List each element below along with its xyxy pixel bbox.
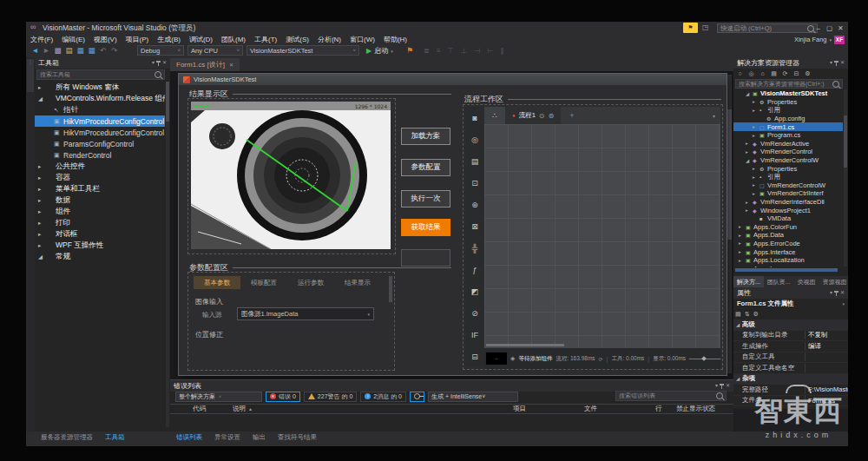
solution-tree-item[interactable]: ▸ ▣ Apps.Localization [733,256,843,265]
toolbox-item[interactable]: ▸ 数据 [35,194,165,206]
maximize-button[interactable]: ▢ [824,22,835,35]
measure-chart-icon[interactable]: ⊠ [465,215,484,237]
expander-icon[interactable]: ▸ [753,108,760,113]
camera-icon[interactable]: ◙ [465,107,484,128]
menu-item[interactable]: 测试(S) [281,35,313,44]
column-header[interactable]: 项目 [513,405,584,413]
solution-tree-item[interactable]: ▸ ⚙ Properties [733,98,843,107]
navigate-back-icon[interactable]: ◄ [30,44,41,57]
solution-tree-item[interactable]: ▸ ▣ VmRenderCtrlInterf [733,189,843,198]
expander-icon[interactable]: ▸ [739,266,746,267]
expander-icon[interactable]: ▸ [739,240,746,246]
navigate-forward-icon[interactable]: ► [41,44,52,57]
menu-item[interactable]: 帮助(H) [379,35,411,44]
solution-tree-item[interactable]: ▸ ◆ VmRenderActive [733,140,843,148]
forward-circle-icon[interactable]: ◎ [746,69,756,79]
configuration-dropdown[interactable]: Debug ˅ [137,45,184,56]
tab-form1-designer[interactable]: Form1.cs [设计] ✕ [170,58,240,71]
close-icon[interactable]: ✕ [162,57,167,69]
home-icon[interactable]: ⌂ [758,69,767,79]
menu-item[interactable]: 项目(P) [122,35,154,44]
show-all-files-icon[interactable]: ▤ [769,69,779,79]
error-list-search[interactable]: 搜索错误列表 [615,391,727,401]
expander-icon[interactable]: ▸ [753,133,760,138]
toolbox-item[interactable]: ▸ 容器 [35,172,165,183]
menu-item[interactable]: 生成(B) [153,35,185,44]
solution-vertical-scrollbar[interactable] [844,89,847,267]
menu-item[interactable]: 编辑(E) [57,35,89,44]
param-tab[interactable]: 结果显示 [334,276,381,289]
panel-tab[interactable]: 资源视图 [819,276,848,287]
expander-icon[interactable]: ▸ [746,207,753,213]
save-all-icon[interactable]: ▦ [86,44,97,57]
toolbox-item[interactable]: ↖ 指针 [35,104,165,115]
property-row[interactable]: 自定义工具 [733,352,848,364]
close-icon[interactable]: ✕ [229,62,233,68]
solution-tree-item[interactable]: ▸ ▪ 引用 [733,173,843,181]
close-icon[interactable]: ✕ [840,57,845,69]
notifications-flag-icon[interactable]: ⚑ [683,23,698,33]
toolbox-header[interactable]: 工具箱 ▾ ✕ [35,57,170,69]
expander-icon[interactable]: ▸ [739,258,746,263]
avatar[interactable]: XF [834,36,845,44]
expander-icon[interactable]: ◢ [746,91,753,96]
column-header[interactable]: 文件 [584,405,655,413]
column-header[interactable]: 禁止显示状态 [676,405,733,413]
toolbox-item[interactable]: ▸ 组件 [35,206,165,217]
toolbox-item[interactable]: ▣ RenderControl [35,149,165,161]
toolbox-item[interactable]: ▸ 公共控件 [35,161,165,172]
column-header[interactable]: 代码 [193,405,233,413]
expander-icon[interactable]: ◢ [746,158,753,163]
properties-object-selector[interactable]: Form1.cs 文件属性 ▾ [733,299,848,309]
save-icon[interactable]: ▦ [75,44,86,57]
refresh-icon[interactable]: ⟳ [780,69,790,79]
panel-tab[interactable]: 解决方... [733,276,764,287]
result-image[interactable]: 1296 * 1024 [191,102,391,249]
output-icon[interactable]: ⊟ [465,346,484,367]
quick-launch-box[interactable]: 快速启动 (Ctrl+Q) [717,23,818,33]
toolbox-item[interactable]: ◢ 常规 [35,251,165,262]
run-once-icon[interactable]: ⊙ [539,112,545,120]
warnings-filter-button[interactable]: 227警告 的 0 [304,392,357,402]
focus-region-icon[interactable]: ⊡ [465,172,484,194]
menu-item[interactable]: 调试(D) [185,35,217,44]
title-bar[interactable]: ∞ VisionMaster - Microsoft Visual Studio… [26,22,848,35]
param-tab[interactable]: 运行参数 [287,276,334,289]
pin-icon[interactable] [721,384,722,389]
execute-once-button[interactable]: 执行一次 [401,190,450,207]
build-intellisense-dropdown[interactable]: 生成 + IntelliSense ˅ [428,392,518,402]
solution-tree-item[interactable]: ▸ ◆ VmRenderInterfaceDll [733,198,843,207]
toolbox-item[interactable]: ▸ 打印 [35,217,165,228]
toolbox-item[interactable]: ▸ 菜单和工具栏 [35,183,165,194]
panel-tab[interactable]: 查找符号结果 [272,431,323,443]
expander-icon[interactable]: ▸ [753,99,760,104]
categorized-icon[interactable]: ▤ [735,309,741,319]
params-scrollbar[interactable] [389,276,392,363]
param-tab[interactable]: 基本参数 [194,276,240,289]
toolbox-item[interactable]: ◢ VMControls.Winform.Release 组件 [35,93,165,104]
menu-item[interactable]: 文件(F) [26,35,57,44]
toolbox-search[interactable]: 搜索工具箱 [36,69,165,80]
column-header[interactable]: 行 [655,405,676,413]
startup-project-dropdown[interactable]: VisionMasterSDKTest ˅ [247,45,359,56]
property-row[interactable]: ◢ 高级 [733,319,848,331]
expander-icon[interactable]: ▸ [753,175,760,180]
solution-horizontal-scrollbar[interactable] [735,268,838,272]
expander-icon[interactable]: ▸ [739,249,746,254]
panel-tab[interactable]: 错误列表 [170,431,208,443]
solution-tree-item[interactable]: ▸ ▢ VmRenderControlW [733,181,843,190]
back-circle-icon[interactable]: ○ [735,69,745,79]
solution-tree-item[interactable]: ▸ ◆ VmRenderControl [733,148,843,156]
redo-icon[interactable]: ↷ [108,44,120,57]
solution-tree-item[interactable]: ▸ ▣ Apps.Data [733,231,843,240]
toolbox-item[interactable]: ▣ HikVmProcedureConfigControl [35,115,165,127]
pin-icon[interactable] [836,61,837,66]
start-debug-button[interactable]: ▶ 启动 ▾ [366,44,393,57]
platform-dropdown[interactable]: Any CPU ˅ [187,45,243,56]
app-title-bar[interactable]: VisionMasterSDKTest [179,74,727,85]
solution-tree-item[interactable]: ▸ ▢ Form1.cs [733,122,843,131]
expander-icon[interactable]: ▸ [746,200,753,205]
load-solution-button[interactable]: 加载方案 [401,128,450,145]
property-row[interactable]: 复制到输出目录 不复制 [733,331,848,342]
solution-tree-item[interactable]: ■ VMData [733,214,843,223]
